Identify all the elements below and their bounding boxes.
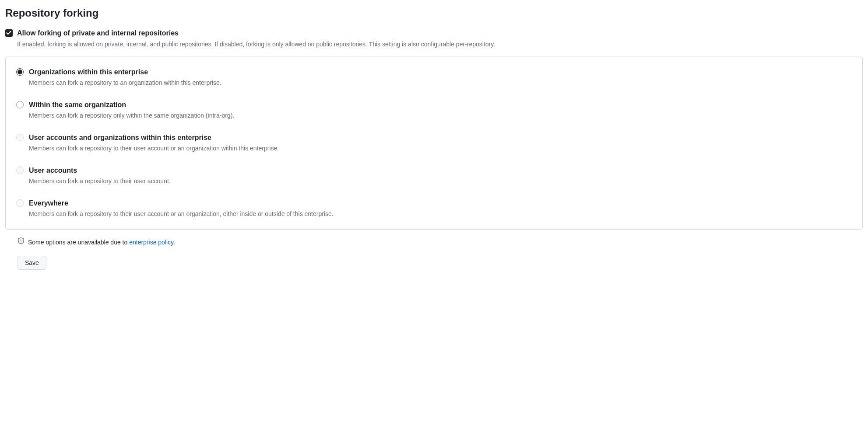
shield-alert-icon bbox=[18, 237, 25, 247]
allow-forking-checkbox-row: Allow forking of private and internal re… bbox=[5, 28, 863, 49]
radio-content: User accounts and organizations within t… bbox=[29, 132, 852, 153]
allow-forking-content: Allow forking of private and internal re… bbox=[17, 28, 863, 49]
radio-content: Everywhere Members can fork a repository… bbox=[29, 198, 852, 219]
radio-option-same-org: Within the same organization Members can… bbox=[16, 100, 852, 120]
radio-user-orgs-enterprise[interactable] bbox=[16, 134, 24, 141]
radio-label[interactable]: User accounts bbox=[29, 165, 852, 176]
radio-label[interactable]: User accounts and organizations within t… bbox=[29, 132, 852, 143]
radio-description: Members can fork a repository to their u… bbox=[29, 177, 852, 186]
save-button[interactable]: Save bbox=[18, 256, 46, 270]
radio-everywhere[interactable] bbox=[16, 199, 24, 207]
radio-content: Organizations within this enterprise Mem… bbox=[29, 67, 852, 87]
radio-description: Members can fork a repository only withi… bbox=[29, 111, 852, 120]
radio-label[interactable]: Everywhere bbox=[29, 198, 852, 209]
radio-description: Members can fork a repository to their u… bbox=[29, 209, 852, 219]
allow-forking-checkbox[interactable] bbox=[5, 29, 13, 37]
radio-content: User accounts Members can fork a reposit… bbox=[29, 165, 852, 186]
allow-forking-label[interactable]: Allow forking of private and internal re… bbox=[17, 28, 863, 38]
notice-suffix: . bbox=[173, 239, 175, 246]
radio-option-orgs-enterprise: Organizations within this enterprise Mem… bbox=[16, 67, 852, 87]
radio-description: Members can fork a repository to an orga… bbox=[29, 78, 852, 87]
radio-label[interactable]: Organizations within this enterprise bbox=[29, 67, 852, 77]
radio-user-accounts[interactable] bbox=[16, 167, 24, 174]
policy-notice-row: Some options are unavailable due to ente… bbox=[5, 237, 863, 247]
enterprise-policy-link[interactable]: enterprise policy bbox=[129, 239, 173, 246]
radio-label[interactable]: Within the same organization bbox=[29, 100, 852, 110]
section-title: Repository forking bbox=[5, 5, 863, 21]
forking-options-group: Organizations within this enterprise Mem… bbox=[5, 56, 863, 230]
allow-forking-description: If enabled, forking is allowed on privat… bbox=[17, 39, 863, 49]
radio-orgs-enterprise[interactable] bbox=[16, 68, 24, 76]
radio-option-user-orgs-enterprise: User accounts and organizations within t… bbox=[16, 132, 852, 153]
radio-content: Within the same organization Members can… bbox=[29, 100, 852, 120]
radio-same-org[interactable] bbox=[16, 101, 24, 108]
radio-description: Members can fork a repository to their u… bbox=[29, 144, 852, 153]
radio-option-user-accounts: User accounts Members can fork a reposit… bbox=[16, 165, 852, 186]
policy-notice-text: Some options are unavailable due to ente… bbox=[28, 238, 175, 247]
radio-option-everywhere: Everywhere Members can fork a repository… bbox=[16, 198, 852, 219]
notice-prefix: Some options are unavailable due to bbox=[28, 239, 129, 246]
